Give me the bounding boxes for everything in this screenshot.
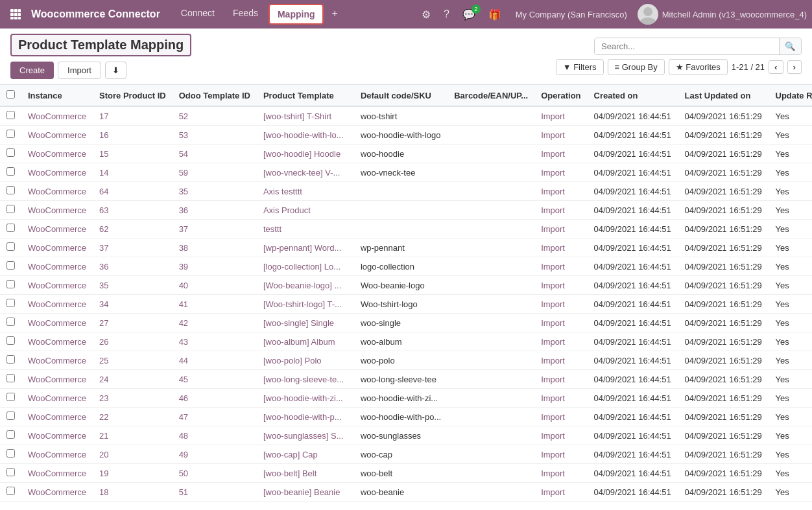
help-icon[interactable]: ? bbox=[440, 6, 453, 23]
row-operation[interactable]: Import bbox=[534, 351, 587, 370]
row-checkbox[interactable] bbox=[6, 280, 15, 288]
row-checkbox[interactable] bbox=[6, 111, 15, 119]
row-odoo-id[interactable]: 49 bbox=[173, 445, 257, 464]
row-product-template[interactable]: [woo-single] Single bbox=[257, 314, 354, 332]
row-checkbox[interactable] bbox=[6, 449, 15, 458]
row-store-id[interactable]: 35 bbox=[93, 276, 173, 295]
row-checkbox-cell[interactable] bbox=[0, 332, 21, 351]
row-store-id[interactable]: 24 bbox=[93, 370, 173, 389]
chat-icon[interactable]: 💬 2 bbox=[459, 6, 479, 23]
row-checkbox[interactable] bbox=[6, 355, 15, 364]
row-instance[interactable]: WooCommerce bbox=[21, 106, 93, 126]
row-instance[interactable]: WooCommerce bbox=[21, 257, 93, 276]
row-product-template[interactable]: [Woo-tshirt-logo] T-... bbox=[257, 295, 354, 314]
row-product-template[interactable]: [wp-pennant] Word... bbox=[257, 238, 354, 257]
row-instance[interactable]: WooCommerce bbox=[21, 389, 93, 408]
gift-icon[interactable]: 🎁 bbox=[484, 6, 505, 23]
nav-feeds[interactable]: Feeds bbox=[225, 4, 266, 25]
row-checkbox[interactable] bbox=[6, 411, 15, 420]
row-instance[interactable]: WooCommerce bbox=[21, 314, 93, 332]
row-store-id[interactable]: 37 bbox=[93, 238, 173, 257]
row-checkbox-cell[interactable] bbox=[0, 145, 21, 163]
create-button[interactable]: Create bbox=[10, 62, 54, 79]
row-store-id[interactable]: 34 bbox=[93, 295, 173, 314]
row-checkbox[interactable] bbox=[6, 224, 15, 232]
row-product-template[interactable]: [Woo-beanie-logo] ... bbox=[257, 276, 354, 295]
row-odoo-id[interactable]: 59 bbox=[173, 163, 257, 182]
prev-page-button[interactable]: ‹ bbox=[769, 60, 783, 74]
row-odoo-id[interactable]: 35 bbox=[173, 182, 257, 201]
row-checkbox-cell[interactable] bbox=[0, 389, 21, 408]
row-product-template[interactable]: [woo-polo] Polo bbox=[257, 351, 354, 370]
row-instance[interactable]: WooCommerce bbox=[21, 126, 93, 145]
row-operation[interactable]: Import bbox=[534, 238, 587, 257]
row-checkbox-cell[interactable] bbox=[0, 257, 21, 276]
row-checkbox-cell[interactable] bbox=[0, 163, 21, 182]
row-store-id[interactable]: 15 bbox=[93, 145, 173, 163]
download-button[interactable]: ⬇ bbox=[105, 62, 126, 79]
row-checkbox-cell[interactable] bbox=[0, 276, 21, 295]
row-product-template[interactable]: Axis Product bbox=[257, 201, 354, 220]
row-checkbox[interactable] bbox=[6, 318, 15, 326]
row-operation[interactable]: Import bbox=[534, 126, 587, 145]
row-operation[interactable]: Import bbox=[534, 408, 587, 426]
row-store-id[interactable]: 63 bbox=[93, 201, 173, 220]
row-operation[interactable]: Import bbox=[534, 163, 587, 182]
row-product-template[interactable]: [woo-vneck-tee] V-... bbox=[257, 163, 354, 182]
row-checkbox[interactable] bbox=[6, 130, 15, 138]
row-product-template[interactable]: [woo-beanie] Beanie bbox=[257, 483, 354, 502]
nav-add[interactable]: + bbox=[326, 4, 342, 25]
row-checkbox-cell[interactable] bbox=[0, 464, 21, 483]
row-store-id[interactable]: 21 bbox=[93, 426, 173, 445]
row-instance[interactable]: WooCommerce bbox=[21, 163, 93, 182]
row-operation[interactable]: Import bbox=[534, 257, 587, 276]
row-checkbox-cell[interactable] bbox=[0, 220, 21, 238]
row-odoo-id[interactable]: 46 bbox=[173, 389, 257, 408]
row-operation[interactable]: Import bbox=[534, 276, 587, 295]
row-odoo-id[interactable]: 38 bbox=[173, 238, 257, 257]
row-instance[interactable]: WooCommerce bbox=[21, 145, 93, 163]
row-checkbox[interactable] bbox=[6, 261, 15, 270]
row-product-template[interactable]: [woo-long-sleeve-te... bbox=[257, 370, 354, 389]
row-store-id[interactable]: 19 bbox=[93, 464, 173, 483]
row-instance[interactable]: WooCommerce bbox=[21, 295, 93, 314]
filters-button[interactable]: ▼ Filters bbox=[556, 59, 604, 75]
row-checkbox[interactable] bbox=[6, 468, 15, 476]
search-button[interactable]: 🔍 bbox=[779, 38, 801, 54]
row-store-id[interactable]: 36 bbox=[93, 257, 173, 276]
settings-icon[interactable]: ⚙ bbox=[418, 6, 435, 23]
row-operation[interactable]: Import bbox=[534, 445, 587, 464]
row-checkbox[interactable] bbox=[6, 148, 15, 157]
row-checkbox[interactable] bbox=[6, 242, 15, 251]
row-store-id[interactable]: 62 bbox=[93, 220, 173, 238]
row-store-id[interactable]: 14 bbox=[93, 163, 173, 182]
row-checkbox[interactable] bbox=[6, 186, 15, 194]
row-operation[interactable]: Import bbox=[534, 332, 587, 351]
row-odoo-id[interactable]: 52 bbox=[173, 106, 257, 126]
user-menu[interactable]: Mitchell Admin (v13_woocommerce_4) bbox=[638, 4, 807, 25]
favorites-button[interactable]: ★ Favorites bbox=[669, 59, 728, 75]
row-operation[interactable]: Import bbox=[534, 201, 587, 220]
row-checkbox-cell[interactable] bbox=[0, 445, 21, 464]
row-instance[interactable]: WooCommerce bbox=[21, 408, 93, 426]
row-odoo-id[interactable]: 47 bbox=[173, 408, 257, 426]
row-operation[interactable]: Import bbox=[534, 389, 587, 408]
row-checkbox-cell[interactable] bbox=[0, 351, 21, 370]
next-page-button[interactable]: › bbox=[787, 60, 802, 74]
row-operation[interactable]: Import bbox=[534, 464, 587, 483]
row-operation[interactable]: Import bbox=[534, 220, 587, 238]
row-store-id[interactable]: 25 bbox=[93, 351, 173, 370]
row-instance[interactable]: WooCommerce bbox=[21, 238, 93, 257]
row-store-id[interactable]: 20 bbox=[93, 445, 173, 464]
row-odoo-id[interactable]: 48 bbox=[173, 426, 257, 445]
groupby-button[interactable]: ≡ Group By bbox=[608, 59, 665, 75]
row-odoo-id[interactable]: 45 bbox=[173, 370, 257, 389]
nav-mapping[interactable]: Mapping bbox=[269, 4, 324, 25]
row-checkbox[interactable] bbox=[6, 430, 15, 439]
search-input[interactable] bbox=[595, 38, 779, 54]
row-product-template[interactable]: [woo-hoodie-with-lo... bbox=[257, 126, 354, 145]
nav-connect[interactable]: Connect bbox=[173, 4, 222, 25]
row-operation[interactable]: Import bbox=[534, 145, 587, 163]
row-checkbox-cell[interactable] bbox=[0, 295, 21, 314]
row-checkbox[interactable] bbox=[6, 205, 15, 213]
